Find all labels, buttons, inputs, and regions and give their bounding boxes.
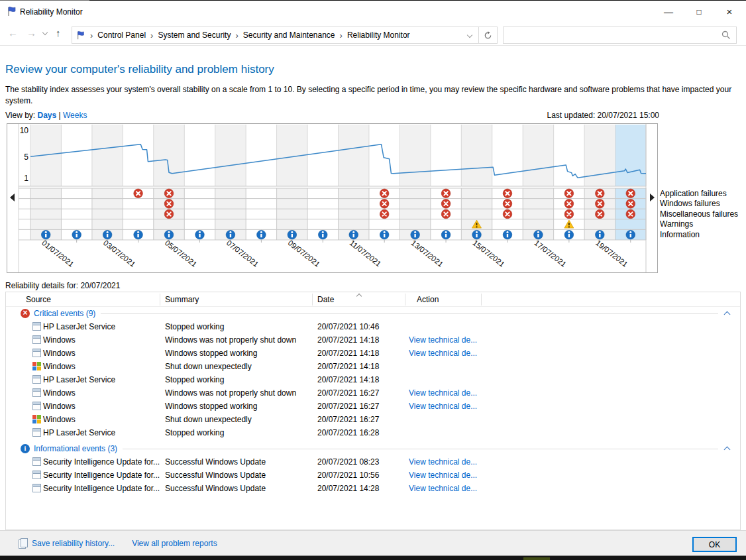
event-summary: Windows was not properly shut down	[165, 335, 296, 345]
column-header-date[interactable]: Date	[317, 295, 334, 304]
event-source: Security Intelligence Update for...	[43, 484, 160, 493]
event-summary: Windows stopped working	[165, 402, 257, 411]
application-icon	[32, 402, 41, 410]
chart-day-column[interactable]	[339, 125, 369, 186]
search-input[interactable]	[504, 28, 721, 42]
legend-label: Application failures	[660, 189, 738, 199]
address-dropdown-chevron-icon[interactable]	[467, 32, 472, 38]
table-row[interactable]: HP LaserJet ServiceStopped working20/07/…	[6, 373, 740, 386]
view-technical-details-link[interactable]: View technical de...	[409, 484, 477, 493]
event-summary: Successful Windows Update	[165, 457, 266, 467]
table-row[interactable]: Security Intelligence Update for...Succe…	[6, 482, 740, 495]
view-technical-details-link[interactable]: View technical de...	[409, 402, 477, 411]
table-row[interactable]: WindowsShut down unexpectedly20/07/2021 …	[6, 413, 740, 426]
view-by-weeks-link[interactable]: Weeks	[63, 111, 87, 120]
event-date: 20/07/2021 16:28	[317, 428, 379, 437]
breadcrumb-separator-icon: ›	[235, 30, 238, 40]
column-separator	[312, 294, 313, 306]
view-by-days-link[interactable]: Days	[37, 111, 56, 120]
maximize-button[interactable]: □	[688, 5, 710, 19]
table-row[interactable]: HP LaserJet ServiceStopped working20/07/…	[6, 320, 740, 333]
view-technical-details-link[interactable]: View technical de...	[409, 471, 477, 480]
chart-day-column[interactable]	[215, 125, 246, 186]
event-date: 20/07/2021 10:56	[317, 471, 379, 480]
chart-day-column[interactable]	[400, 125, 430, 186]
view-all-problem-reports-link[interactable]: View all problem reports	[132, 539, 217, 548]
column-header-source[interactable]: Source	[26, 295, 51, 304]
column-separator	[160, 294, 160, 306]
event-source: Windows	[43, 335, 76, 345]
chart-day-column[interactable]	[30, 125, 61, 186]
event-date: 20/07/2021 14:18	[317, 362, 379, 371]
event-summary: Successful Windows Update	[165, 471, 266, 480]
refresh-button[interactable]	[479, 27, 498, 44]
up-button[interactable]: ↑	[56, 27, 61, 38]
recent-locations-chevron-icon[interactable]	[42, 30, 48, 35]
ok-button[interactable]: OK	[692, 537, 737, 552]
view-technical-details-link[interactable]: View technical de...	[409, 349, 477, 358]
column-header-action[interactable]: Action	[417, 295, 439, 304]
chart-day-column[interactable]	[92, 125, 123, 186]
application-icon	[32, 428, 41, 437]
table-row[interactable]: HP LaserJet ServiceStopped working20/07/…	[6, 426, 740, 439]
save-history-icon	[19, 538, 27, 548]
event-summary: Stopped working	[165, 322, 224, 331]
breadcrumb-item[interactable]: Security and Maintenance	[243, 30, 335, 40]
breadcrumb-item[interactable]: System and Security	[158, 30, 231, 40]
chart-day-column[interactable]	[461, 125, 492, 186]
application-icon	[32, 484, 41, 492]
breadcrumb-item[interactable]: Reliability Monitor	[347, 30, 410, 40]
stability-chart: 105101/07/202103/07/202105/07/202107/07/…	[7, 123, 658, 273]
event-summary: Windows stopped working	[165, 349, 257, 358]
chart-day-column[interactable]	[615, 125, 646, 186]
column-header-summary[interactable]: Summary	[165, 295, 199, 304]
collapse-section-chevron-icon[interactable]	[724, 311, 731, 318]
collapse-section-chevron-icon[interactable]	[724, 447, 731, 453]
section-header-informational: Informational events (3)	[6, 442, 740, 455]
chart-day-column[interactable]	[154, 125, 184, 186]
view-technical-details-link[interactable]: View technical de...	[409, 335, 477, 345]
event-source: HP LaserJet Service	[43, 375, 115, 384]
table-row[interactable]: WindowsWindows stopped working20/07/2021…	[6, 400, 740, 413]
back-button[interactable]: ←	[8, 27, 18, 38]
y-axis-tick-label: 1	[24, 174, 28, 183]
sort-ascending-caret-icon	[356, 294, 362, 299]
close-button[interactable]: ×	[718, 5, 741, 19]
section-label: Critical events (9)	[34, 309, 95, 318]
view-technical-details-link[interactable]: View technical de...	[409, 388, 477, 398]
table-row[interactable]: Security Intelligence Update for...Succe…	[6, 469, 740, 482]
view-by-separator: |	[59, 111, 61, 120]
event-date: 20/07/2021 16:27	[317, 402, 379, 411]
event-summary: Shut down unexpectedly	[165, 362, 252, 371]
column-separator	[481, 294, 482, 306]
critical-events-icon	[21, 309, 30, 318]
save-reliability-history-link[interactable]: Save reliability history...	[32, 539, 115, 548]
refresh-icon	[484, 31, 492, 40]
y-axis-tick-label: 5	[24, 152, 28, 162]
chart-day-column[interactable]	[523, 125, 553, 186]
table-row[interactable]: Security Intelligence Update for...Succe…	[6, 455, 740, 469]
details-table-header: SourceSummaryDateAction	[6, 292, 740, 307]
last-updated-text: Last updated: 20/07/2021 15:00	[547, 111, 659, 120]
y-axis-tick-label: 10	[20, 126, 29, 135]
view-technical-details-link[interactable]: View technical de...	[409, 457, 477, 467]
event-date: 20/07/2021 08:23	[317, 457, 379, 467]
table-row[interactable]: WindowsWindows was not properly shut dow…	[6, 333, 740, 347]
address-bar[interactable]: ›Control Panel›System and Security›Secur…	[72, 27, 479, 44]
breadcrumb-flag-icon	[76, 30, 85, 40]
event-date: 20/07/2021 16:27	[317, 388, 379, 398]
application-icon	[32, 375, 41, 384]
minimize-button[interactable]: —	[657, 5, 680, 19]
search-icon[interactable]	[721, 30, 731, 40]
section-label: Informational events (3)	[34, 444, 117, 453]
table-row[interactable]: WindowsWindows stopped working20/07/2021…	[6, 347, 740, 360]
event-summary: Successful Windows Update	[165, 484, 266, 493]
table-row[interactable]: WindowsShut down unexpectedly20/07/2021 …	[6, 360, 740, 373]
details-table: SourceSummaryDateActionCritical events (…	[5, 292, 741, 530]
breadcrumb-item[interactable]: Control Panel	[97, 30, 146, 40]
chart-day-column[interactable]	[584, 125, 615, 186]
breadcrumb-separator-icon: ›	[340, 30, 343, 40]
table-row[interactable]: WindowsWindows was not properly shut dow…	[6, 386, 740, 400]
forward-button[interactable]: →	[27, 27, 36, 38]
event-source: Windows	[43, 362, 76, 371]
